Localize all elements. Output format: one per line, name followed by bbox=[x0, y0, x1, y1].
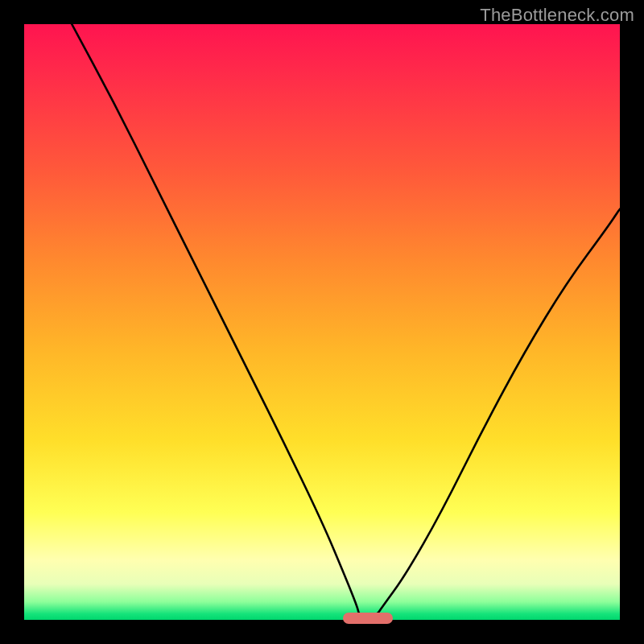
bottleneck-curve bbox=[24, 24, 620, 620]
plot-area bbox=[24, 24, 620, 620]
watermark-text: TheBottleneck.com bbox=[480, 5, 634, 26]
minimum-marker bbox=[343, 613, 394, 624]
chart-frame: TheBottleneck.com bbox=[0, 0, 644, 644]
curve-path bbox=[72, 24, 620, 615]
